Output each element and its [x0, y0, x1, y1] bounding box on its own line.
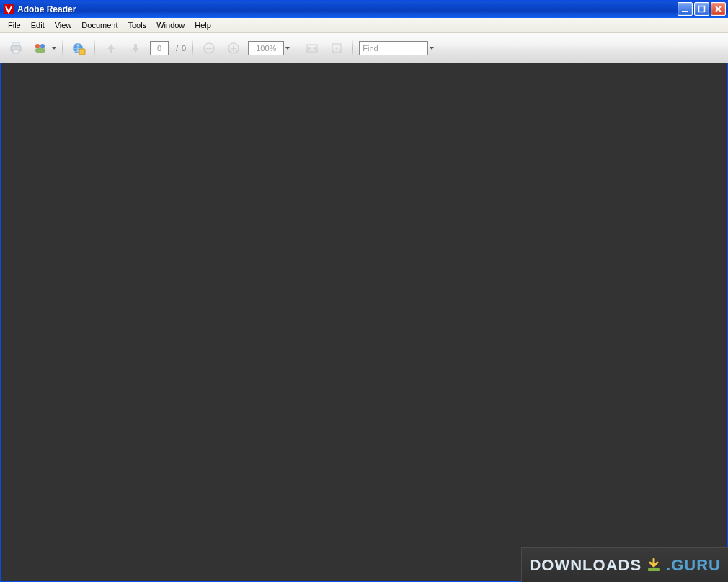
zoom-out-button[interactable] [199, 38, 219, 58]
menu-edit[interactable]: Edit [26, 18, 50, 32]
arrow-down-icon [129, 42, 142, 55]
find-input[interactable] [359, 41, 428, 55]
menu-document[interactable]: Document [76, 18, 123, 32]
fit-page-button[interactable] [327, 38, 347, 58]
document-viewport [0, 63, 728, 582]
svg-point-6 [35, 44, 40, 48]
zoom-level-value: 100% [248, 41, 284, 55]
toolbar-separator [94, 39, 95, 58]
chevron-down-icon [430, 47, 434, 50]
page-number-input[interactable] [150, 41, 169, 55]
chevron-down-icon [52, 47, 56, 50]
acrobat-com-button[interactable] [68, 38, 89, 58]
menubar: File Edit View Document Tools Window Hel… [0, 18, 728, 33]
menu-window[interactable]: Window [151, 18, 190, 32]
menu-tools[interactable]: Tools [123, 18, 152, 32]
zoom-in-icon [227, 42, 240, 55]
adobe-reader-icon [3, 4, 14, 15]
svg-rect-10 [79, 49, 85, 55]
toolbar-separator [352, 39, 353, 58]
page-total-label: / 0 [176, 44, 187, 53]
zoom-out-icon [203, 42, 216, 55]
svg-point-7 [40, 44, 45, 48]
maximize-button[interactable] [694, 2, 709, 16]
fit-width-icon [306, 42, 319, 55]
svg-rect-5 [13, 50, 19, 53]
svg-rect-1 [682, 11, 688, 12]
printer-icon [9, 41, 23, 55]
zoom-level-select[interactable]: 100% [248, 41, 290, 55]
toolbar-separator [192, 39, 193, 58]
collaborate-button[interactable] [30, 38, 56, 58]
download-icon [646, 558, 662, 573]
print-button[interactable] [6, 38, 26, 58]
menu-help[interactable]: Help [190, 18, 216, 32]
window-controls [678, 2, 726, 16]
arrow-up-icon [105, 42, 117, 55]
menu-view[interactable]: View [50, 18, 77, 32]
watermark-badge: DOWNLOADS .GURU [521, 547, 728, 582]
menu-file[interactable]: File [3, 18, 26, 32]
svg-rect-2 [699, 6, 705, 12]
watermark-text-right: .GURU [666, 556, 721, 575]
titlebar: Adobe Reader [0, 0, 728, 18]
toolbar-separator [296, 39, 296, 58]
close-button[interactable] [711, 2, 726, 16]
svg-point-18 [336, 47, 338, 49]
chevron-down-icon [285, 47, 290, 50]
app-title: Adobe Reader [17, 4, 76, 14]
fit-width-button[interactable] [302, 38, 322, 58]
svg-rect-8 [35, 48, 45, 53]
minimize-button[interactable] [678, 2, 693, 16]
fit-page-icon [330, 42, 343, 55]
previous-page-button[interactable] [101, 38, 121, 58]
svg-rect-3 [12, 42, 19, 46]
globe-pdf-icon [71, 40, 86, 56]
svg-rect-19 [648, 568, 660, 571]
next-page-button[interactable] [125, 38, 146, 58]
find-field[interactable] [359, 41, 434, 55]
zoom-in-button[interactable] [223, 38, 244, 58]
toolbar: / 0 100% [0, 33, 728, 63]
watermark-text-left: DOWNLOADS [529, 556, 642, 575]
toolbar-separator [62, 39, 63, 58]
collaborate-icon [33, 41, 48, 55]
